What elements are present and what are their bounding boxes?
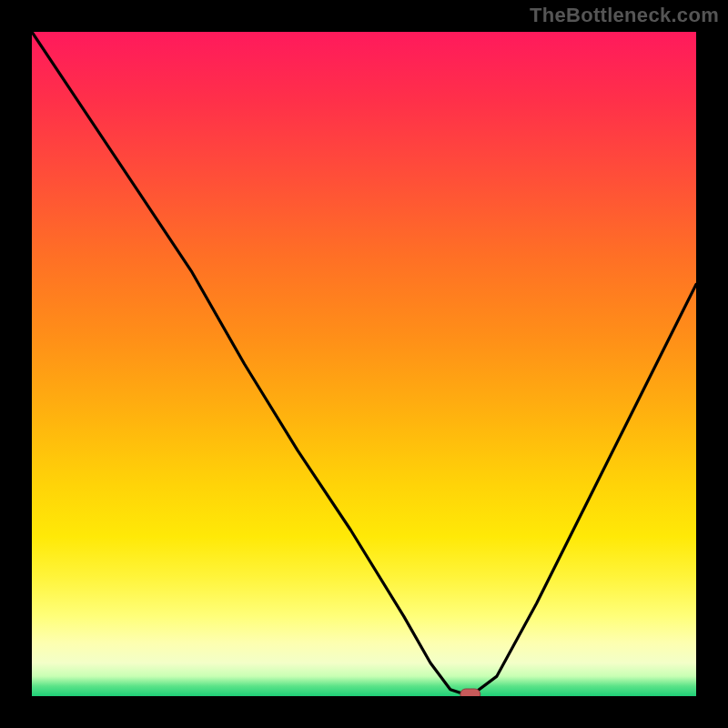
optimal-point-marker [460, 689, 480, 696]
bottleneck-curve-svg [32, 32, 696, 696]
bottleneck-curve-path [32, 32, 696, 696]
watermark-text: TheBottleneck.com [530, 4, 719, 27]
chart-frame: TheBottleneck.com [0, 0, 728, 728]
plot-area [32, 32, 696, 696]
